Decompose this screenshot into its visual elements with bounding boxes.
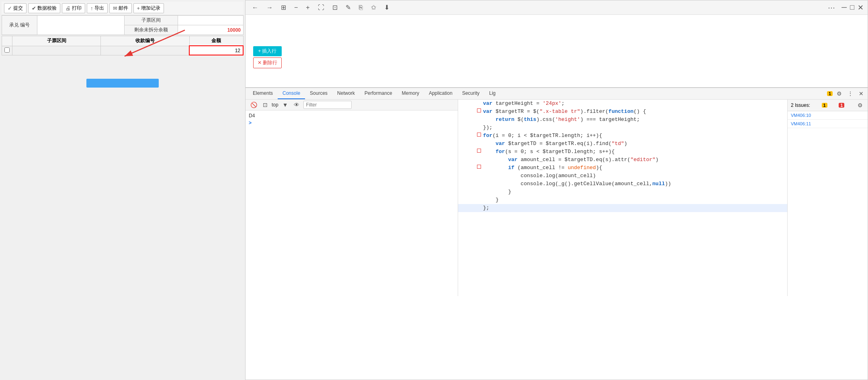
code-line-8: var amount_cell = $targetTD.eq(s).attr("… <box>458 156 787 164</box>
issues-panel: 2 Issues: 1 1 ⚙ VM406:10 VM406:11 <box>787 100 868 296</box>
console-prompt-row[interactable]: > <box>249 119 454 127</box>
sub-ticket-value[interactable] <box>178 16 243 25</box>
bookmark-button[interactable]: ✩ <box>368 3 379 12</box>
issues-settings-icon[interactable]: ⚙ <box>856 101 864 109</box>
console-toolbar: 🚫 ⊡ top ▼ 👁 <box>246 100 458 110</box>
minimize-button[interactable]: ─ <box>841 3 847 12</box>
console-input[interactable] <box>253 120 454 126</box>
table-row: 12 <box>2 46 244 55</box>
maximize-button[interactable]: □ <box>850 3 854 12</box>
export-button[interactable]: ↑ 导出 <box>87 3 108 13</box>
window-controls: ─ □ ✕ <box>841 3 864 12</box>
console-filter <box>303 101 352 109</box>
sub-table: 子票区间 收款编号 金额 12 <box>2 36 244 55</box>
tab-sources[interactable]: Sources <box>305 88 332 99</box>
remaining-value: 10000 <box>178 25 243 35</box>
action-buttons: + 插入行 ✕ 删除行 <box>253 46 282 68</box>
main-layout: ✓ 提交 ✔ 数据校验 🖨 打印 ↑ 导出 ✉ 邮件 + 增加记录 <box>0 0 868 380</box>
tab-security[interactable]: Security <box>457 88 484 99</box>
code-line-11: console.log(_g().getCellValue(amount_cel… <box>458 180 787 188</box>
area-cell[interactable] <box>12 46 101 55</box>
zoom-in-button[interactable]: + <box>303 3 312 12</box>
fit-button[interactable]: ⛶ <box>315 3 327 12</box>
code-line-14: }; <box>458 204 787 212</box>
download-button[interactable]: ⬇ <box>382 3 392 12</box>
issues-error-badge: 1 <box>822 103 827 108</box>
submit-button[interactable]: ✓ 提交 <box>4 3 27 13</box>
devtools: Elements Console Sources Network Perform… <box>246 87 868 296</box>
share-button[interactable]: ⎘ <box>356 3 365 12</box>
more-devtools-icon[interactable]: ⋮ <box>846 90 855 98</box>
filter-input[interactable] <box>303 101 352 109</box>
print-button[interactable]: 🖨 打印 <box>62 3 85 13</box>
acceptance-value[interactable] <box>37 16 125 35</box>
issues-header: 2 Issues: 1 1 ⚙ <box>788 100 868 111</box>
code-line-4: }); <box>458 124 787 132</box>
issues-count[interactable]: 1 <box>827 91 833 96</box>
tab-lig[interactable]: Lig <box>484 88 500 99</box>
code-cell[interactable] <box>101 46 189 55</box>
issues-link-2[interactable]: VM406:11 <box>791 121 811 126</box>
issues-count-label: 2 Issues: <box>791 102 810 108</box>
email-button[interactable]: ✉ 邮件 <box>109 3 132 13</box>
code-line-7: for(s = 0; s < $targetTD.length; s++){ <box>458 148 787 156</box>
sub-ticket-area-header: 子票区间 <box>12 36 101 46</box>
amount-cell[interactable]: 12 <box>189 46 243 55</box>
browser-toolbar: ← → ⊞ − + ⛶ ⊡ ✎ ⎘ ✩ ⬇ ⋯ ─ □ ✕ <box>246 0 868 15</box>
browser-panel: ← → ⊞ − + ⛶ ⊡ ✎ ⎘ ✩ ⬇ ⋯ ─ □ ✕ Elemen <box>245 0 868 380</box>
add-icon: + <box>137 5 140 11</box>
code-line-3: return $(this).css('height') === targetH… <box>458 116 787 124</box>
settings-icon[interactable]: ⚙ <box>835 90 843 98</box>
tab-memory[interactable]: Memory <box>397 88 424 99</box>
more-options-button[interactable]: ⋯ <box>828 3 835 12</box>
forward-button[interactable]: → <box>264 3 275 12</box>
context-dropdown-icon[interactable]: ▼ <box>281 101 290 109</box>
checkbox-header <box>2 36 12 46</box>
close-devtools-icon[interactable]: ✕ <box>857 90 865 98</box>
grid-view-button[interactable]: ⊞ <box>278 3 289 12</box>
amount-header: 金额 <box>189 36 243 46</box>
console-context-label: top <box>272 102 278 108</box>
devtools-body: 🚫 ⊡ top ▼ 👁 D4 <box>246 100 868 296</box>
insert-row-button[interactable]: + 插入行 <box>253 46 282 56</box>
blue-bar <box>86 79 159 88</box>
edit-button[interactable]: ✎ <box>343 3 353 12</box>
code-line-12: } <box>458 188 787 196</box>
browser-content <box>246 15 868 87</box>
issues-badge: 1 <box>827 91 833 96</box>
receipt-code-header: 收款编号 <box>101 36 189 46</box>
code-line-2: var $targetTR = $(".x-table tr").filter(… <box>458 108 787 116</box>
row-checkbox[interactable] <box>2 46 12 55</box>
validate-button[interactable]: ✔ 数据校验 <box>28 3 60 13</box>
clear-console-icon[interactable]: 🚫 <box>249 101 259 109</box>
add-record-button[interactable]: + 增加记录 <box>133 3 164 13</box>
sub-table-container: 子票区间 收款编号 金额 12 <box>2 36 244 55</box>
checkbox-input[interactable] <box>4 47 10 53</box>
code-line-9: if (amount_cell != undefined){ <box>458 164 787 172</box>
reading-view-button[interactable]: ⊡ <box>330 3 340 12</box>
blue-bar-container <box>2 76 244 91</box>
eye-icon[interactable]: 👁 <box>292 101 301 109</box>
issues-link-1[interactable]: VM406:10 <box>791 113 811 118</box>
zoom-out-button[interactable]: − <box>292 3 300 12</box>
tab-application[interactable]: Application <box>424 88 457 99</box>
sub-ticket-label: 子票区间 <box>125 16 178 25</box>
back-button[interactable]: ← <box>250 3 261 12</box>
validate-icon: ✔ <box>32 5 36 11</box>
code-line-1: var targetHeight = '24px'; <box>458 100 787 108</box>
delete-row-button[interactable]: ✕ 删除行 <box>253 57 282 68</box>
print-icon: 🖨 <box>66 5 71 11</box>
tab-elements[interactable]: Elements <box>248 88 278 99</box>
filter-toggle-icon[interactable]: ⊡ <box>261 101 269 109</box>
toolbar: ✓ 提交 ✔ 数据校验 🖨 打印 ↑ 导出 ✉ 邮件 + 增加记录 <box>2 2 244 15</box>
code-line-10: console.log(amount_cell) <box>458 172 787 180</box>
code-area: var targetHeight = '24px'; var $targetTR… <box>458 100 787 296</box>
code-line-5: for(i = 0; i < $targetTR.length; i++){ <box>458 132 787 140</box>
tab-console[interactable]: Console <box>278 88 305 99</box>
tab-performance[interactable]: Performance <box>360 88 397 99</box>
tab-network[interactable]: Network <box>332 88 360 99</box>
devtools-tab-actions: 1 ⚙ ⋮ ✕ <box>827 90 865 98</box>
close-button[interactable]: ✕ <box>858 3 864 12</box>
acceptance-label: 承兑 编号 <box>2 16 37 35</box>
console-content: D4 > <box>246 110 458 296</box>
